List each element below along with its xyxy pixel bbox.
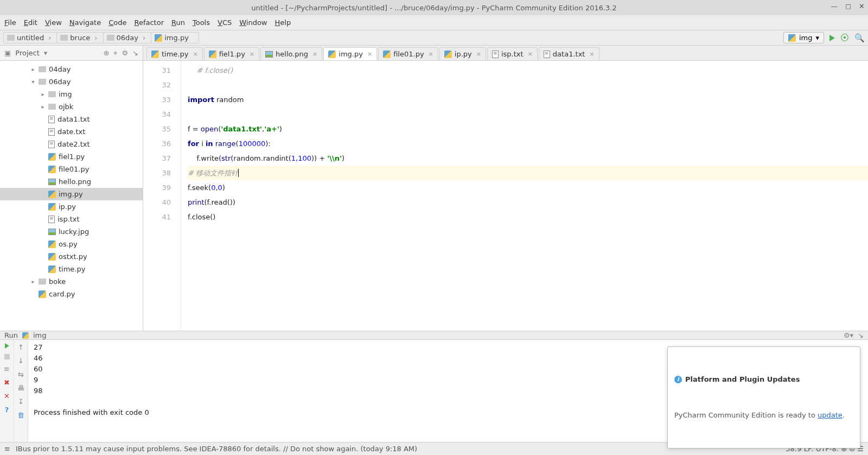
menu-view[interactable]: View [45,18,62,27]
rerun-button[interactable] [5,343,9,349]
hide-icon[interactable]: ↘ [858,331,864,339]
tree-node[interactable]: isp.txt [0,213,143,225]
menu-window[interactable]: Window [239,18,267,27]
tree-node[interactable]: ip.py [0,200,143,213]
close-tab-icon[interactable]: × [429,50,433,58]
run-body: ≡ ✖ ✕ ? ↑ ↓ ⇆ 🖶 ↧ 🗑 27 46 60 9 98 Proces… [0,340,868,453]
tree-node[interactable]: os.py [0,238,143,250]
notification-body: PyCharm Community Edition is ready to [674,411,818,419]
statusbar-icon[interactable]: ≡ [4,445,10,453]
image-icon [48,229,56,235]
close-tab-icon[interactable]: × [250,50,254,58]
tree-node[interactable]: file01.py [0,163,143,175]
close-tab-icon[interactable]: × [528,50,533,58]
help-icon[interactable]: ? [5,406,9,414]
python-icon [328,50,336,58]
tree-node[interactable]: date.txt [0,125,143,138]
up-icon[interactable]: ↑ [18,343,24,351]
menu-edit[interactable]: Edit [24,18,37,27]
gear-icon[interactable]: ⚙▾ [844,331,853,339]
close-tab-icon[interactable]: × [589,50,594,58]
tree-node[interactable]: data1.txt [0,113,143,125]
breadcrumb-item[interactable]: untitled [3,32,57,43]
editor-tab[interactable]: img.py× [323,47,377,60]
update-link[interactable]: update [818,411,843,419]
tree-node[interactable]: ostxt.py [0,250,143,263]
menu-code[interactable]: Code [108,18,126,27]
code-editor[interactable]: 3132333435363738394041 # f.close() impor… [143,61,868,331]
tree-node[interactable]: ▸ojbk [0,100,143,113]
tree-node[interactable]: lucky.jpg [0,225,143,238]
debug-button[interactable]: ⦿ [840,33,849,43]
editor-tab[interactable]: data1.txt× [539,47,599,60]
tree-arrow-icon[interactable]: ▸ [30,66,36,72]
folder-icon [39,66,46,72]
tree-node[interactable]: hello.png [0,175,143,188]
tree-arrow-icon[interactable]: ▸ [30,279,36,285]
project-tree[interactable]: ▸04day▾06day▸img▸ojbkdata1.txtdate.txtda… [0,61,143,331]
close-tab-icon[interactable]: × [193,50,197,58]
tree-arrow-icon[interactable]: ▸ [40,104,46,110]
menu-navigate[interactable]: Navigate [69,18,101,27]
tree-node[interactable]: fiel1.py [0,150,143,163]
python-icon [39,290,46,298]
run-config-selector[interactable]: img ▾ [783,32,824,43]
editor-tab[interactable]: isp.txt× [487,47,538,60]
tree-node[interactable]: card.py [0,288,143,300]
menu-tools[interactable]: Tools [193,18,210,27]
code-content[interactable]: # f.close() import random f = open('data… [181,61,868,331]
hide-icon[interactable]: ↘ [132,49,138,57]
run-output[interactable]: 27 46 60 9 98 Process finished with exit… [28,340,868,453]
chevron-down-icon[interactable]: ▾ [44,49,48,57]
close-icon[interactable]: ✕ [4,392,10,400]
tree-node[interactable]: ▸img [0,88,143,100]
window-maximize-icon[interactable]: ◻ [845,2,851,10]
collapse-all-icon[interactable]: ⊕ [104,49,110,57]
breadcrumb-item[interactable]: bruce [56,32,103,43]
tree-node[interactable]: img.py [0,188,143,200]
pause-icon[interactable]: ≡ [4,365,10,373]
scroll-icon[interactable]: ↧ [18,397,24,406]
menu-file[interactable]: File [4,18,16,27]
run-button[interactable] [829,35,835,41]
tree-node[interactable]: ▸boke [0,275,143,288]
locate-icon[interactable]: ⌖ [113,49,117,58]
tree-node[interactable]: ▾06day [0,75,143,88]
tree-node[interactable]: time.py [0,263,143,275]
tree-label: os.py [59,240,78,248]
menu-run[interactable]: Run [171,18,185,27]
tree-node[interactable]: ▸04day [0,63,143,75]
editor-tab[interactable]: ip.py× [439,47,486,60]
editor-tab[interactable]: hello.png× [260,47,322,60]
editor-area: time.py×fiel1.py×hello.png×img.py×file01… [143,46,868,331]
breadcrumb-item[interactable]: img.py [151,32,199,43]
tree-arrow-icon[interactable]: ▾ [30,79,36,85]
tree-label: ostxt.py [59,252,87,261]
tree-label: lucky.jpg [59,228,89,236]
wrap-icon[interactable]: ⇆ [18,370,24,378]
trash-icon[interactable]: 🗑 [17,411,24,419]
tree-label: fiel1.py [59,153,85,161]
pin-icon[interactable]: ✖ [4,378,10,387]
stop-button[interactable] [4,354,10,359]
python-icon [209,50,216,58]
python-icon [788,34,796,42]
close-tab-icon[interactable]: × [476,50,481,58]
down-icon[interactable]: ↓ [18,357,24,365]
print-icon[interactable]: 🖶 [17,384,24,392]
editor-tab[interactable]: file01.py× [378,47,438,60]
breadcrumb-item[interactable]: 06day [103,32,152,43]
menu-refactor[interactable]: Refactor [134,18,164,27]
menu-vcs[interactable]: VCS [218,18,232,27]
close-tab-icon[interactable]: × [312,50,317,58]
gear-icon[interactable]: ⚙ [122,49,128,57]
close-tab-icon[interactable]: × [367,50,372,58]
menu-help[interactable]: Help [275,18,291,27]
search-icon[interactable]: 🔍 [854,33,865,43]
editor-tab[interactable]: time.py× [146,47,203,60]
tree-node[interactable]: date2.txt [0,138,143,150]
editor-tab[interactable]: fiel1.py× [204,47,259,60]
tree-arrow-icon[interactable]: ▸ [40,91,46,97]
window-minimize-icon[interactable]: — [831,2,838,10]
window-close-icon[interactable]: ✕ [859,2,865,10]
